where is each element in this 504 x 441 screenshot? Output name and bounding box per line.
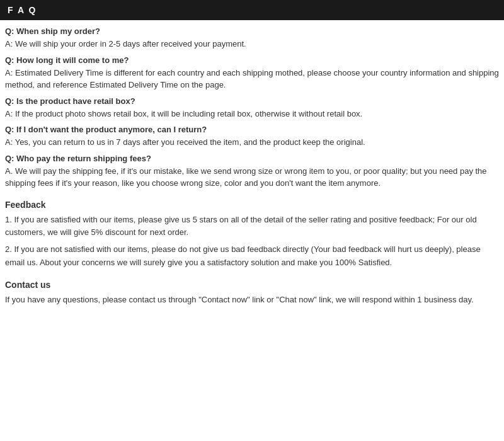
- faq-list: Q: When ship my order? A: We will ship y…: [5, 26, 499, 190]
- faq-item-4: Q: If I don't want the product anymore, …: [5, 125, 499, 149]
- feedback-section: Feedback 1. If you are satisfied with ou…: [5, 200, 499, 270]
- answer-4: A: Yes, you can return to us in 7 days a…: [5, 136, 499, 149]
- answer-2: A: Estimated Delivery Time is different …: [5, 67, 499, 91]
- faq-title: F A Q: [8, 5, 37, 15]
- feedback-point-1: 1. If you are satisfied with our items, …: [5, 214, 499, 240]
- answer-1: A: We will ship your order in 2-5 days a…: [5, 38, 499, 50]
- question-5: Q: Who pay the return shipping fees?: [5, 154, 499, 163]
- answer-3: A: If the product photo shows retail box…: [5, 108, 499, 120]
- question-4: Q: If I don't want the product anymore, …: [5, 125, 499, 134]
- feedback-title: Feedback: [5, 200, 499, 210]
- faq-header: F A Q: [0, 0, 504, 20]
- question-2: Q: How long it will come to me?: [5, 55, 499, 65]
- contact-text: If you have any questions, please contac…: [5, 294, 499, 307]
- answer-5: A. We will pay the shipping fee, if it's…: [5, 165, 499, 190]
- faq-item-5: Q: Who pay the return shipping fees? A. …: [5, 154, 499, 190]
- contact-title: Contact us: [5, 280, 499, 290]
- faq-item-3: Q: Is the product have retail box? A: If…: [5, 96, 499, 120]
- question-3: Q: Is the product have retail box?: [5, 96, 499, 106]
- feedback-point-2: 2. If you are not satisfied with our ite…: [5, 243, 499, 270]
- content-area: Q: When ship my order? A: We will ship y…: [0, 26, 504, 306]
- contact-section: Contact us If you have any questions, pl…: [5, 280, 499, 307]
- question-1: Q: When ship my order?: [5, 26, 499, 36]
- faq-item-1: Q: When ship my order? A: We will ship y…: [5, 26, 499, 50]
- faq-item-2: Q: How long it will come to me? A: Estim…: [5, 55, 499, 91]
